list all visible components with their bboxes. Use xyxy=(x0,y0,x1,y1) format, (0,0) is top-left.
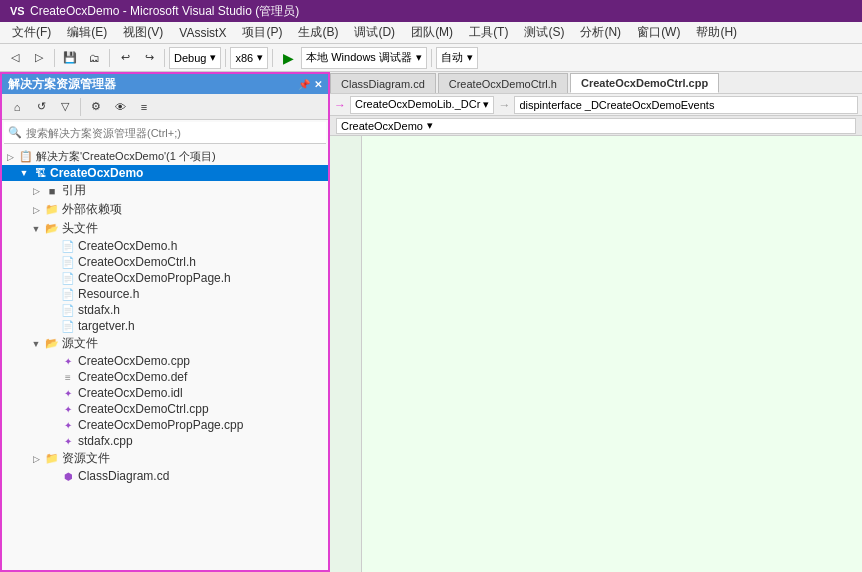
toolbar-sep-5 xyxy=(272,49,273,67)
debug-mode-dropdown[interactable]: Debug ▾ xyxy=(169,47,221,69)
tree-item-s1[interactable]: ▷ ✦ CreateOcxDemo.cpp xyxy=(2,353,328,369)
toolbar-back-btn[interactable]: ◁ xyxy=(4,47,26,69)
se-refresh-btn[interactable]: ↺ xyxy=(30,96,52,118)
main-layout: 解决方案资源管理器 📌 ✕ ⌂ ↺ ▽ ⚙ 👁 ≡ 🔍 ▷ 📋 解决方案'Cre… xyxy=(0,72,862,572)
scope-bar: CreateOcxDemo ▾ xyxy=(330,116,862,136)
se-tree: ▷ 📋 解决方案'CreateOcxDemo'(1 个项目) ▼ 🏗 Creat… xyxy=(2,146,328,570)
expand-h4: ▷ xyxy=(46,288,58,300)
tree-item-sources[interactable]: ▼ 📂 源文件 xyxy=(2,334,328,353)
nav-left-label: CreateOcxDemoLib._DCr ▾ xyxy=(355,98,489,111)
debug-target-dropdown[interactable]: 本地 Windows 调试器 ▾ xyxy=(301,47,427,69)
expand-sources[interactable]: ▼ xyxy=(30,338,42,350)
se-showall-btn[interactable]: 👁 xyxy=(109,96,131,118)
se-close-icon[interactable]: ✕ xyxy=(314,79,322,90)
tree-item-project[interactable]: ▼ 🏗 CreateOcxDemo xyxy=(2,165,328,181)
nav-right-dropdown[interactable]: dispinterface _DCreateOcxDemoEvents xyxy=(514,96,858,114)
s5-icon: ✦ xyxy=(60,418,76,432)
nav-left-dropdown[interactable]: CreateOcxDemoLib._DCr ▾ xyxy=(350,96,494,114)
tree-item-solution[interactable]: ▷ 📋 解决方案'CreateOcxDemo'(1 个项目) xyxy=(2,148,328,165)
tree-item-h4[interactable]: ▷ 📄 Resource.h xyxy=(2,286,328,302)
tab-bar: ClassDiagram.cd CreateOcxDemoCtrl.h Crea… xyxy=(330,72,862,94)
scope-chevron: ▾ xyxy=(427,119,433,132)
se-title-bar: 解决方案资源管理器 📌 ✕ xyxy=(2,74,328,94)
headers-folder-icon: 📂 xyxy=(44,222,60,236)
menu-vassistx[interactable]: VAssistX xyxy=(171,24,234,42)
menu-analyze[interactable]: 分析(N) xyxy=(572,22,629,43)
tree-item-h2[interactable]: ▷ 📄 CreateOcxDemoCtrl.h xyxy=(2,254,328,270)
expand-headers[interactable]: ▼ xyxy=(30,223,42,235)
toolbar-redo-btn[interactable]: ↪ xyxy=(138,47,160,69)
se-sep xyxy=(80,98,81,116)
expand-project[interactable]: ▼ xyxy=(18,167,30,179)
se-home-btn[interactable]: ⌂ xyxy=(6,96,28,118)
debug-mode-chevron: ▾ xyxy=(210,51,216,64)
code-editor xyxy=(330,136,862,572)
toolbar-saveall-btn[interactable]: 🗂 xyxy=(83,47,105,69)
menu-tools[interactable]: 工具(T) xyxy=(461,22,516,43)
expand-s5: ▷ xyxy=(46,419,58,431)
expand-h5: ▷ xyxy=(46,304,58,316)
expand-extdep[interactable]: ▷ xyxy=(30,204,42,216)
line-numbers xyxy=(330,136,362,572)
expand-ref[interactable]: ▷ xyxy=(30,185,42,197)
auto-dropdown[interactable]: 自动 ▾ xyxy=(436,47,478,69)
se-view-btn[interactable]: ≡ xyxy=(133,96,155,118)
menu-test[interactable]: 测试(S) xyxy=(516,22,572,43)
toolbar-undo-btn[interactable]: ↩ xyxy=(114,47,136,69)
expand-solution[interactable]: ▷ xyxy=(4,151,16,163)
se-search-input[interactable] xyxy=(26,127,322,139)
menu-team[interactable]: 团队(M) xyxy=(403,22,461,43)
tree-item-h5[interactable]: ▷ 📄 stdafx.h xyxy=(2,302,328,318)
toolbar-fwd-btn[interactable]: ▷ xyxy=(28,47,50,69)
tree-item-s3[interactable]: ▷ ✦ CreateOcxDemo.idl xyxy=(2,385,328,401)
auto-label: 自动 xyxy=(441,50,463,65)
scope-dropdown[interactable]: CreateOcxDemo ▾ xyxy=(336,118,856,134)
menu-edit[interactable]: 编辑(E) xyxy=(59,22,115,43)
platform-dropdown[interactable]: x86 ▾ xyxy=(230,47,268,69)
tree-item-s5[interactable]: ▷ ✦ CreateOcxDemoPropPage.cpp xyxy=(2,417,328,433)
menu-help[interactable]: 帮助(H) xyxy=(688,22,745,43)
tree-item-classdiagram[interactable]: ▷ ⬢ ClassDiagram.cd xyxy=(2,468,328,484)
toolbar-save-btn[interactable]: 💾 xyxy=(59,47,81,69)
tree-item-ref[interactable]: ▷ ■ 引用 xyxy=(2,181,328,200)
h2-icon: 📄 xyxy=(60,255,76,269)
menu-file[interactable]: 文件(F) xyxy=(4,22,59,43)
tree-item-s6[interactable]: ▷ ✦ stdafx.cpp xyxy=(2,433,328,449)
menu-window[interactable]: 窗口(W) xyxy=(629,22,688,43)
tab-classdiagram[interactable]: ClassDiagram.cd xyxy=(330,73,436,93)
nav-right-label: dispinterface _DCreateOcxDemoEvents xyxy=(519,99,714,111)
menu-debug[interactable]: 调试(D) xyxy=(346,22,403,43)
tree-item-s4[interactable]: ▷ ✦ CreateOcxDemoCtrl.cpp xyxy=(2,401,328,417)
tree-item-extdep[interactable]: ▷ 📁 外部依赖项 xyxy=(2,200,328,219)
se-pin-icon[interactable]: 📌 xyxy=(298,79,310,90)
expand-resources[interactable]: ▷ xyxy=(30,453,42,465)
menu-view[interactable]: 视图(V) xyxy=(115,22,171,43)
code-content[interactable] xyxy=(362,136,862,572)
s6-icon: ✦ xyxy=(60,434,76,448)
se-properties-btn[interactable]: ⚙ xyxy=(85,96,107,118)
menu-build[interactable]: 生成(B) xyxy=(290,22,346,43)
se-title: 解决方案资源管理器 xyxy=(8,76,116,93)
tree-item-h3[interactable]: ▷ 📄 CreateOcxDemoPropPage.h xyxy=(2,270,328,286)
menu-project[interactable]: 项目(P) xyxy=(234,22,290,43)
tab-ctrl-h[interactable]: CreateOcxDemoCtrl.h xyxy=(438,73,568,93)
cd-label: ClassDiagram.cd xyxy=(78,469,169,483)
s3-icon: ✦ xyxy=(60,386,76,400)
h5-icon: 📄 xyxy=(60,303,76,317)
tree-item-headers[interactable]: ▼ 📂 头文件 xyxy=(2,219,328,238)
nav-arrow-icon: → xyxy=(334,98,346,112)
h6-label: targetver.h xyxy=(78,319,135,333)
tab-ctrl-cpp[interactable]: CreateOcxDemoCtrl.cpp xyxy=(570,73,719,93)
tree-item-resources[interactable]: ▷ 📁 资源文件 xyxy=(2,449,328,468)
code-area: ClassDiagram.cd CreateOcxDemoCtrl.h Crea… xyxy=(330,72,862,572)
tree-item-h1[interactable]: ▷ 📄 CreateOcxDemo.h xyxy=(2,238,328,254)
se-search-bar[interactable]: 🔍 xyxy=(4,122,326,144)
tree-item-s2[interactable]: ▷ ≡ CreateOcxDemo.def xyxy=(2,369,328,385)
h4-label: Resource.h xyxy=(78,287,139,301)
tree-item-h6[interactable]: ▷ 📄 targetver.h xyxy=(2,318,328,334)
solution-icon: 📋 xyxy=(18,150,34,164)
se-filter-btn[interactable]: ▽ xyxy=(54,96,76,118)
sources-folder-icon: 📂 xyxy=(44,337,60,351)
h1-label: CreateOcxDemo.h xyxy=(78,239,177,253)
start-debug-btn[interactable]: ▶ xyxy=(277,47,299,69)
